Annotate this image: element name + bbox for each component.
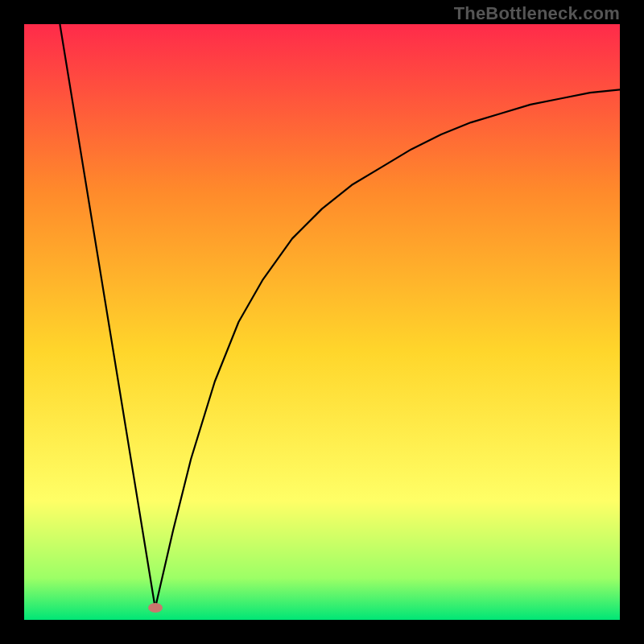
minimum-marker	[148, 603, 163, 613]
plot-area	[24, 24, 620, 620]
curve-layer	[24, 24, 620, 620]
chart-container: TheBottleneck.com	[0, 0, 644, 644]
bottleneck-curve	[60, 24, 620, 608]
watermark-text: TheBottleneck.com	[454, 3, 620, 24]
